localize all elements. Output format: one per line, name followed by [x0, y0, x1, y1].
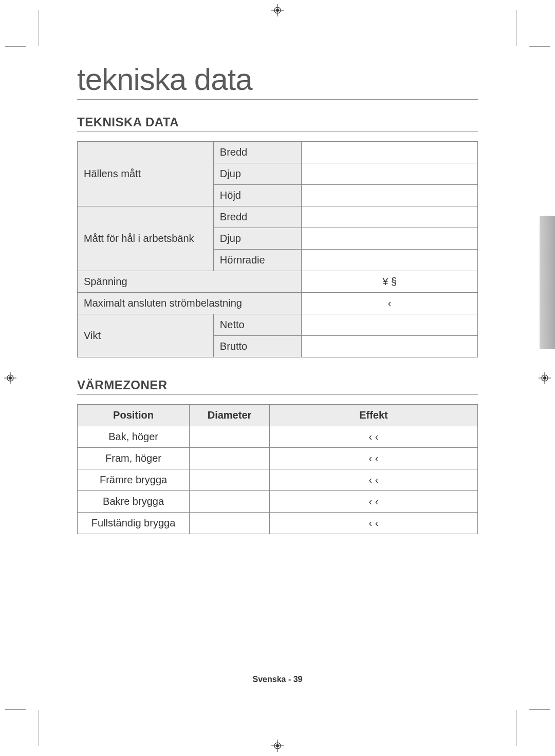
hornradie-label: Hörnradie — [213, 250, 301, 271]
netto-value — [302, 314, 478, 336]
table-row: Fullständig brygga ‹ ‹ — [78, 513, 478, 534]
hallens-matt-label: Hällens mått — [78, 142, 214, 206]
page-tab — [540, 216, 555, 349]
brutto-label: Brutto — [213, 336, 301, 357]
tekniska-data-heading: TEKNISKA DATA — [77, 115, 478, 132]
djup-value — [302, 163, 478, 185]
col-effekt: Effekt — [269, 405, 477, 426]
zone-diameter — [190, 426, 270, 448]
zone-position: Fram, höger — [78, 448, 190, 469]
max-load-value: ‹ — [302, 293, 478, 314]
zone-effekt: ‹ ‹ — [269, 491, 477, 513]
hojd-label: Höjd — [213, 185, 301, 206]
page-title: tekniska data — [77, 62, 478, 100]
col-position: Position — [78, 405, 190, 426]
zone-effekt: ‹ ‹ — [269, 513, 477, 534]
registration-mark-icon — [271, 4, 284, 16]
bredd2-label: Bredd — [213, 206, 301, 228]
bredd-value — [302, 142, 478, 163]
djup-label: Djup — [213, 163, 301, 185]
hojd-value — [302, 185, 478, 206]
col-diameter: Diameter — [190, 405, 270, 426]
zone-effekt: ‹ ‹ — [269, 448, 477, 469]
registration-mark-icon — [539, 372, 551, 384]
djup2-label: Djup — [213, 228, 301, 250]
bredd2-value — [302, 206, 478, 228]
varmezoner-table: Position Diameter Effekt Bak, höger ‹ ‹ … — [77, 404, 478, 534]
zone-position: Främre brygga — [78, 469, 190, 491]
vikt-label: Vikt — [78, 314, 214, 357]
zone-diameter — [190, 513, 270, 534]
bredd-label: Bredd — [213, 142, 301, 163]
zone-position: Bakre brygga — [78, 491, 190, 513]
page-footer: Svenska - 39 — [41, 675, 514, 684]
netto-label: Netto — [213, 314, 301, 336]
max-load-label: Maximalt ansluten strömbelastning — [78, 293, 302, 314]
matt-for-hal-label: Mått för hål i arbetsbänk — [78, 206, 214, 271]
zone-effekt: ‹ ‹ — [269, 426, 477, 448]
table-row: Fram, höger ‹ ‹ — [78, 448, 478, 469]
hornradie-value — [302, 250, 478, 271]
spanning-value: ¥ § — [302, 271, 478, 293]
zone-position: Fullständig brygga — [78, 513, 190, 534]
tekniska-data-table: Hällens mått Bredd Djup Höjd Mått för hå… — [77, 141, 478, 357]
table-row: Bakre brygga ‹ ‹ — [78, 491, 478, 513]
spanning-label: Spänning — [78, 271, 302, 293]
varmezoner-heading: VÄRMEZONER — [77, 378, 478, 395]
zone-effekt: ‹ ‹ — [269, 469, 477, 491]
brutto-value — [302, 336, 478, 357]
djup2-value — [302, 228, 478, 250]
registration-mark-icon — [271, 740, 284, 752]
zone-diameter — [190, 448, 270, 469]
table-row: Bak, höger ‹ ‹ — [78, 426, 478, 448]
zone-position: Bak, höger — [78, 426, 190, 448]
table-row: Främre brygga ‹ ‹ — [78, 469, 478, 491]
registration-mark-icon — [4, 372, 16, 384]
page-content: tekniska data TEKNISKA DATA Hällens mått… — [41, 46, 514, 710]
zone-diameter — [190, 469, 270, 491]
zone-diameter — [190, 491, 270, 513]
